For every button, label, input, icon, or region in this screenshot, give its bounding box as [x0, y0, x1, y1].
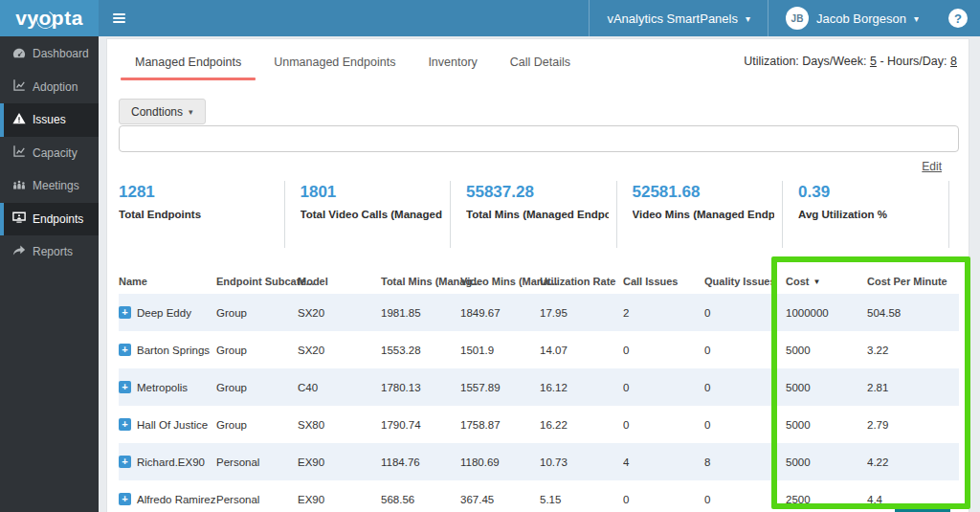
sidebar-item-issues[interactable]: Issues: [0, 103, 99, 137]
cell-quality-issues: 0: [704, 419, 786, 431]
cell-model: SX80: [298, 419, 381, 431]
cell-cost: 2500: [786, 494, 867, 505]
sidebar-item-dashboard[interactable]: Dashboard: [0, 37, 99, 71]
column-header-total-mins[interactable]: Total Mins (Manag...: [381, 276, 460, 287]
column-header-utilization-rate[interactable]: Utilization Rate: [540, 276, 623, 287]
sidebar-item-meetings[interactable]: Meetings: [0, 169, 99, 203]
chevron-down-icon: ▾: [189, 107, 193, 117]
warning-triangle-icon: [12, 112, 26, 128]
cell-call-issues: 2: [623, 307, 704, 319]
sidebar-item-endpoints[interactable]: Endpoints: [0, 203, 99, 236]
conditions-label: Condtions: [131, 105, 183, 119]
column-header-cost-per-minute[interactable]: Cost Per Minute: [867, 276, 959, 287]
endpoint-name: Hall Of Justice: [137, 419, 208, 431]
cell-video-mins: 1557.89: [460, 382, 540, 393]
sidebar-item-capacity[interactable]: Capacity: [0, 137, 99, 170]
sidebar-item-label: Reports: [33, 245, 73, 258]
user-name: Jacob Borgeson: [816, 11, 906, 26]
cell-utilization-rate: 16.12: [540, 382, 623, 393]
avatar: JB: [786, 7, 809, 30]
table-row[interactable]: + Metropolis Group C40 1780.13 1557.89 1…: [119, 368, 959, 406]
table-row[interactable]: + Hall Of Justice Group SX80 1790.74 175…: [119, 406, 959, 443]
stat-label: Total Endpoints: [119, 209, 277, 220]
cell-cost-per-minute: 2.81: [867, 382, 959, 393]
cell-total-mins: 1790.74: [381, 419, 460, 431]
endpoint-name: Alfredo Ramirez: [137, 494, 215, 505]
expand-plus-icon[interactable]: +: [119, 381, 131, 393]
tab-managed-endpoints[interactable]: Managed Endpoints: [119, 48, 257, 77]
expand-plus-icon[interactable]: +: [119, 306, 131, 319]
cell-model: SX20: [298, 345, 381, 356]
summary-stats: 1281 Total Endpoints 1801 Total Video Ca…: [119, 181, 959, 248]
cell-call-issues: 0: [623, 494, 704, 505]
cell-total-mins: 568.56: [381, 494, 460, 505]
cell-subcategory: Group: [216, 419, 298, 431]
cell-utilization-rate: 17.95: [540, 307, 623, 319]
stat-total-mins: 55837.28 Total Mins (Managed Endpoint): [451, 181, 617, 248]
tab-call-details[interactable]: Call Details: [494, 48, 587, 77]
column-header-cost[interactable]: Cost ▼: [786, 276, 867, 287]
cell-video-mins: 1758.87: [460, 419, 540, 431]
expand-plus-icon[interactable]: +: [119, 456, 131, 468]
expand-plus-icon[interactable]: +: [119, 493, 131, 505]
expand-plus-icon[interactable]: +: [119, 418, 131, 431]
stat-total-endpoints: 1281 Total Endpoints: [119, 181, 285, 248]
cell-total-mins: 1780.13: [381, 382, 460, 393]
help-wrap: ?: [936, 0, 980, 36]
dashboard-gauge-icon: [12, 46, 26, 62]
user-menu-dropdown[interactable]: JB Jacob Borgeson ▾: [768, 0, 936, 36]
tab-unmanaged-endpoints[interactable]: Unmanaged Endpoints: [257, 48, 412, 77]
stat-label: Avg Utilization %: [798, 209, 941, 220]
app-window: vyopta vAnalytics SmartPanels ▾ JB Jacob…: [0, 0, 980, 512]
cell-cost-per-minute: 4.22: [867, 456, 959, 468]
cell-total-mins: 1184.76: [381, 456, 460, 468]
sidebar-item-adoption[interactable]: Adoption: [0, 71, 99, 104]
sidebar-item-label: Adoption: [33, 80, 78, 94]
column-header-call-issues[interactable]: Call Issues: [623, 276, 704, 287]
chat-widget-button[interactable]: [895, 505, 950, 512]
line-chart-icon: [12, 145, 26, 161]
line-chart-icon: [12, 78, 26, 95]
sidebar-item-label: Endpoints: [33, 212, 83, 226]
stat-value: 52581.68: [633, 183, 775, 202]
hamburger-menu-icon[interactable]: [99, 0, 140, 36]
cell-cost-per-minute: 504.58: [867, 307, 959, 319]
tab-inventory[interactable]: Inventory: [412, 48, 493, 77]
chevron-down-icon: ▾: [914, 13, 919, 24]
help-icon[interactable]: ?: [948, 9, 968, 28]
column-header-quality-issues[interactable]: Quality Issues: [704, 276, 786, 287]
cell-total-mins: 1553.28: [381, 345, 460, 356]
sidebar-item-reports[interactable]: Reports: [0, 235, 99, 269]
cell-video-mins: 1849.67: [460, 307, 540, 319]
cell-video-mins: 1180.69: [460, 456, 540, 468]
cost-header-label: Cost: [786, 276, 809, 287]
table-row[interactable]: + Richard.EX90 Personal EX90 1184.76 118…: [119, 443, 959, 480]
hours-per-day-link[interactable]: 8: [950, 55, 957, 68]
cell-model: C40: [298, 382, 381, 393]
cell-call-issues: 0: [623, 419, 704, 431]
utilization-prefix: Utilization: Days/Week:: [744, 55, 866, 68]
cell-call-issues: 4: [623, 456, 704, 468]
conditions-filter-input[interactable]: [119, 125, 959, 152]
cell-video-mins: 1501.9: [460, 345, 540, 356]
cell-quality-issues: 0: [704, 382, 786, 393]
column-header-name[interactable]: Name: [119, 276, 216, 287]
cell-utilization-rate: 16.22: [540, 419, 623, 431]
vyopta-logo: vyopta: [0, 0, 99, 36]
column-header-subcategory[interactable]: Endpoint Subcate...: [216, 276, 298, 287]
column-header-model[interactable]: Model: [298, 276, 381, 287]
conditions-dropdown-button[interactable]: Condtions ▾: [119, 99, 206, 124]
table-row[interactable]: + Alfredo Ramirez Personal EX90 568.56 3…: [119, 480, 959, 512]
days-per-week-link[interactable]: 5: [870, 55, 877, 68]
table-row[interactable]: + Barton Springs Group SX20 1553.28 1501…: [119, 331, 959, 368]
column-header-video-mins[interactable]: Video Mins (Mana...: [460, 276, 540, 287]
table-row[interactable]: + Deep Eddy Group SX20 1981.85 1849.67 1…: [119, 294, 959, 331]
top-header: vyopta vAnalytics SmartPanels ▾ JB Jacob…: [0, 0, 980, 36]
cell-cost-per-minute: 4.4: [867, 494, 959, 505]
cell-cost: 1000000: [786, 307, 867, 319]
edit-link[interactable]: Edit: [922, 160, 942, 173]
expand-plus-icon[interactable]: +: [119, 344, 131, 356]
share-arrow-icon: [12, 244, 26, 260]
cell-name: + Hall Of Justice: [119, 418, 216, 431]
app-switcher-dropdown[interactable]: vAnalytics SmartPanels ▾: [589, 0, 768, 36]
